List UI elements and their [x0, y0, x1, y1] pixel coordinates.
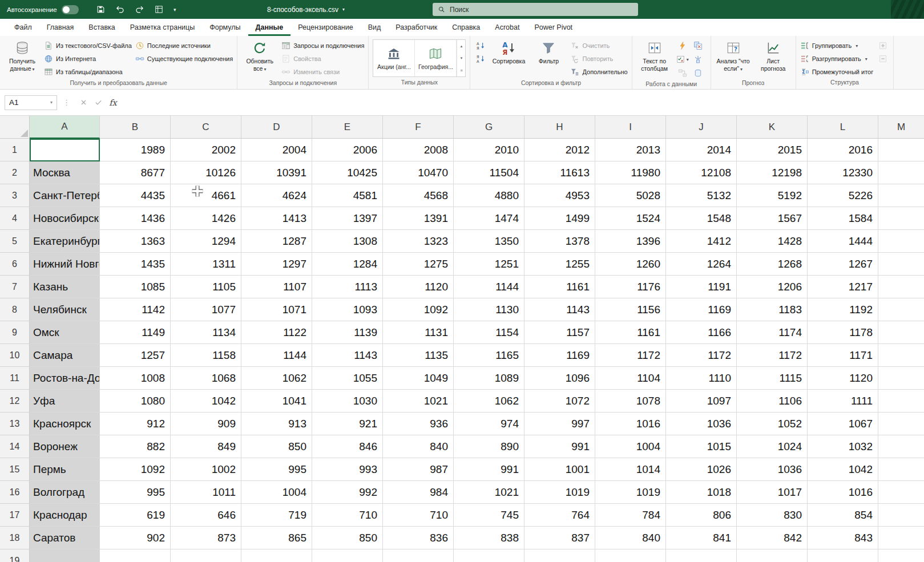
cell-I13[interactable]: 1016 [595, 413, 666, 435]
cell-F7[interactable]: 1120 [383, 276, 454, 298]
relationships-button[interactable] [676, 67, 689, 79]
cell-G18[interactable]: 838 [454, 527, 524, 549]
cell-F18[interactable]: 836 [383, 527, 454, 549]
ribbon-tab[interactable]: Разработчик [388, 19, 445, 36]
cell-D6[interactable]: 1297 [241, 253, 312, 276]
cell-A9[interactable]: Омск [30, 321, 100, 344]
sort-ascending-button[interactable]: АЯ [474, 40, 487, 51]
cell-J14[interactable]: 1015 [666, 435, 737, 458]
cell-E8[interactable]: 1093 [312, 298, 383, 321]
undo-button[interactable] [115, 5, 125, 14]
cell-G2[interactable]: 11504 [454, 161, 524, 184]
cell-G15[interactable]: 991 [454, 458, 524, 481]
cell-M14[interactable] [878, 435, 924, 458]
cell-K4[interactable]: 1567 [737, 207, 808, 230]
cell-H17[interactable]: 764 [524, 504, 595, 527]
cell-L3[interactable]: 5226 [808, 184, 878, 207]
text-to-columns-button[interactable]: Текст по столбцам [636, 38, 673, 79]
customize-qat-button[interactable] [154, 5, 164, 14]
cell-K7[interactable]: 1206 [737, 276, 808, 298]
cell-F6[interactable]: 1275 [383, 253, 454, 276]
refresh-all-button[interactable]: Обновить все▾ [241, 38, 278, 79]
cell-H1[interactable]: 2012 [524, 139, 595, 161]
row-header-14[interactable]: 14 [0, 435, 30, 458]
cell-M8[interactable] [878, 298, 924, 321]
cell-J15[interactable]: 1026 [666, 458, 737, 481]
cell-B7[interactable]: 1085 [100, 276, 171, 298]
column-header-c[interactable]: C [171, 116, 241, 139]
cell-C8[interactable]: 1077 [171, 298, 241, 321]
cell-J18[interactable]: 841 [666, 527, 737, 549]
existing-connections-button[interactable]: Существующие подключения [135, 53, 233, 64]
cell-B1[interactable]: 1989 [100, 139, 171, 161]
cell-M18[interactable] [878, 527, 924, 549]
cell-C3[interactable]: 4661 [171, 184, 241, 207]
select-all-button[interactable] [0, 116, 30, 139]
cell-B4[interactable]: 1436 [100, 207, 171, 230]
cell-E3[interactable]: 4581 [312, 184, 383, 207]
cell-I10[interactable]: 1172 [595, 344, 666, 367]
cell-F2[interactable]: 10470 [383, 161, 454, 184]
row-header-19[interactable]: 19 [0, 549, 30, 562]
cell-D12[interactable]: 1041 [241, 390, 312, 413]
row-header-7[interactable]: 7 [0, 276, 30, 298]
cell-A17[interactable]: Краснодар [30, 504, 100, 527]
geography-data-type[interactable]: География... [415, 40, 457, 76]
column-header-i[interactable]: I [595, 116, 666, 139]
cell-E17[interactable]: 710 [312, 504, 383, 527]
cell-K11[interactable]: 1115 [737, 367, 808, 390]
cell-E7[interactable]: 1113 [312, 276, 383, 298]
queries-connections-button[interactable]: Запросы и подключения [281, 40, 364, 51]
cell-J2[interactable]: 12108 [666, 161, 737, 184]
properties-button[interactable]: Свойства [281, 53, 364, 64]
cell-I18[interactable]: 840 [595, 527, 666, 549]
cell-G10[interactable]: 1165 [454, 344, 524, 367]
cell-L2[interactable]: 12330 [808, 161, 878, 184]
ribbon-tab[interactable]: Вид [361, 19, 389, 36]
cell-K14[interactable]: 1024 [737, 435, 808, 458]
cell-G13[interactable]: 974 [454, 413, 524, 435]
cell-C12[interactable]: 1042 [171, 390, 241, 413]
cell-A2[interactable]: Москва [30, 161, 100, 184]
from-text-csv-button[interactable]: Из текстового/CSV-файла [44, 40, 132, 51]
cell-H12[interactable]: 1072 [524, 390, 595, 413]
cell-H8[interactable]: 1143 [524, 298, 595, 321]
cell-H15[interactable]: 1001 [524, 458, 595, 481]
cell-L8[interactable]: 1192 [808, 298, 878, 321]
cell-I8[interactable]: 1156 [595, 298, 666, 321]
cell-M10[interactable] [878, 344, 924, 367]
cell-D15[interactable]: 995 [241, 458, 312, 481]
cell-D8[interactable]: 1071 [241, 298, 312, 321]
formula-bar-handle[interactable]: ⋮ [63, 98, 70, 107]
cell-D19[interactable] [241, 549, 312, 562]
cell-M11[interactable] [878, 367, 924, 390]
cell-I5[interactable]: 1396 [595, 230, 666, 253]
cell-A11[interactable]: Ростов-на-Дону [30, 367, 100, 390]
cell-H2[interactable]: 11613 [524, 161, 595, 184]
cell-I14[interactable]: 1004 [595, 435, 666, 458]
ribbon-tab[interactable]: Вставка [81, 19, 122, 36]
cell-B8[interactable]: 1142 [100, 298, 171, 321]
column-header-a[interactable]: A [30, 116, 100, 139]
cell-L13[interactable]: 1067 [808, 413, 878, 435]
data-validation-button[interactable]: ▾ [676, 54, 689, 65]
cell-K16[interactable]: 1017 [737, 481, 808, 504]
edit-links-button[interactable]: Изменить связи [281, 66, 364, 78]
cell-A18[interactable]: Саратов [30, 527, 100, 549]
cell-K2[interactable]: 12198 [737, 161, 808, 184]
cell-E15[interactable]: 993 [312, 458, 383, 481]
row-header-17[interactable]: 17 [0, 504, 30, 527]
cell-A12[interactable]: Уфа [30, 390, 100, 413]
cell-B17[interactable]: 619 [100, 504, 171, 527]
row-header-9[interactable]: 9 [0, 321, 30, 344]
cell-L6[interactable]: 1267 [808, 253, 878, 276]
cell-F4[interactable]: 1391 [383, 207, 454, 230]
cell-L5[interactable]: 1444 [808, 230, 878, 253]
cell-I6[interactable]: 1260 [595, 253, 666, 276]
cell-A6[interactable]: Нижний Новгород [30, 253, 100, 276]
cell-G14[interactable]: 890 [454, 435, 524, 458]
cell-B3[interactable]: 4435 [100, 184, 171, 207]
cell-H10[interactable]: 1169 [524, 344, 595, 367]
column-header-f[interactable]: F [383, 116, 454, 139]
cell-F14[interactable]: 840 [383, 435, 454, 458]
